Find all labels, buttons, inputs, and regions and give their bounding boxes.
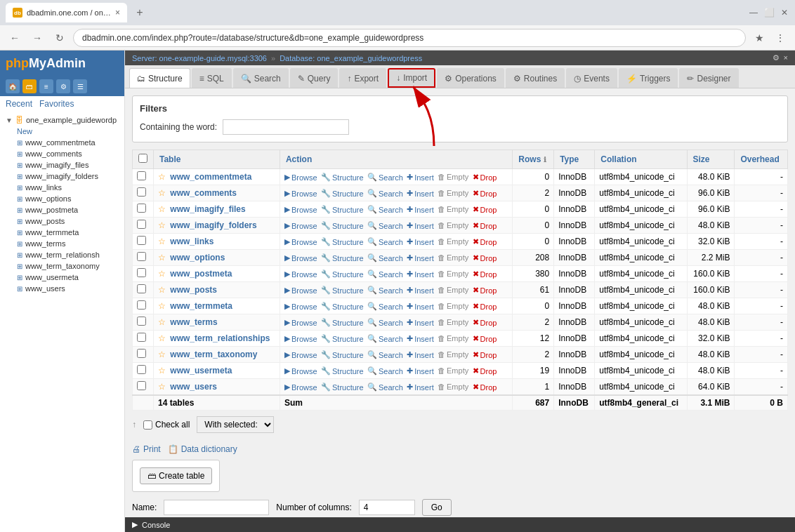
search-link[interactable]: 🔍 Search: [367, 383, 403, 392]
search-link[interactable]: 🔍 Search: [367, 286, 403, 295]
browse-link[interactable]: ▶ Browse: [284, 205, 317, 214]
table-name-link[interactable]: www_comments: [170, 188, 237, 198]
sidebar-table-item[interactable]: ⊞www_terms: [11, 238, 124, 249]
row-checkbox[interactable]: [137, 171, 146, 180]
structure-link[interactable]: 🔧 Structure: [321, 334, 364, 343]
insert-link[interactable]: ✚ Insert: [407, 173, 434, 182]
row-checkbox[interactable]: [137, 284, 146, 293]
star-icon[interactable]: ☆: [158, 382, 166, 392]
browser-tab[interactable]: db dbadmin.one.com / one-exampl... ×: [6, 3, 127, 22]
search-link[interactable]: 🔍 Search: [367, 366, 403, 375]
search-link[interactable]: 🔍 Search: [367, 334, 403, 343]
close-window-button[interactable]: ✕: [780, 8, 789, 18]
insert-link[interactable]: ✚ Insert: [407, 221, 434, 230]
th-type[interactable]: Type: [554, 150, 595, 169]
th-overhead[interactable]: Overhead: [735, 150, 788, 169]
row-checkbox[interactable]: [137, 187, 146, 197]
row-checkbox[interactable]: [137, 204, 146, 213]
structure-link[interactable]: 🔧 Structure: [321, 221, 364, 230]
table-name-link[interactable]: www_options: [170, 253, 225, 262]
row-checkbox[interactable]: [137, 365, 146, 374]
row-checkbox[interactable]: [137, 381, 146, 390]
table-name-link[interactable]: www_commentmeta: [170, 172, 251, 182]
insert-link[interactable]: ✚ Insert: [407, 334, 434, 343]
star-icon[interactable]: ☆: [158, 253, 166, 262]
browse-link[interactable]: ▶ Browse: [284, 189, 317, 198]
sql-icon[interactable]: ≡: [39, 79, 53, 93]
var-icon[interactable]: ⚙: [56, 79, 70, 93]
insert-link[interactable]: ✚ Insert: [407, 286, 434, 295]
star-icon[interactable]: ☆: [158, 285, 166, 295]
database-link[interactable]: Database: one_example_guidewordpress: [280, 54, 422, 62]
new-tab-button[interactable]: +: [131, 4, 148, 21]
db-icon[interactable]: 🗃: [22, 79, 37, 93]
data-dictionary-link[interactable]: 📋 Data dictionary: [168, 444, 237, 454]
table-name-link[interactable]: www_imagify_files: [170, 204, 245, 214]
forward-button[interactable]: →: [28, 29, 46, 47]
minimize-button[interactable]: —: [749, 8, 758, 18]
star-icon[interactable]: ☆: [158, 350, 166, 359]
insert-link[interactable]: ✚ Insert: [407, 237, 434, 246]
insert-link[interactable]: ✚ Insert: [407, 302, 434, 311]
tab-export[interactable]: ↑Export: [339, 68, 386, 88]
search-link[interactable]: 🔍 Search: [367, 237, 403, 246]
insert-link[interactable]: ✚ Insert: [407, 318, 434, 327]
tab-query[interactable]: ✎Query: [290, 68, 339, 88]
insert-link[interactable]: ✚ Insert: [407, 270, 434, 279]
empty-link[interactable]: 🗑 Empty: [438, 366, 468, 375]
select-all-checkbox[interactable]: [138, 154, 147, 163]
home-icon[interactable]: 🏠: [6, 79, 20, 93]
filter-input[interactable]: [223, 119, 349, 135]
back-button[interactable]: ←: [6, 29, 24, 47]
structure-link[interactable]: 🔧 Structure: [321, 237, 364, 246]
browse-link[interactable]: ▶ Browse: [284, 302, 317, 311]
settings-gear-icon[interactable]: ⚙: [773, 53, 780, 62]
browse-link[interactable]: ▶ Browse: [284, 173, 317, 182]
favorites-label[interactable]: Favorites: [39, 99, 74, 109]
th-table[interactable]: Table: [154, 150, 280, 169]
empty-link[interactable]: 🗑 Empty: [438, 221, 468, 230]
drop-link[interactable]: ✖ Drop: [473, 205, 497, 214]
drop-link[interactable]: ✖ Drop: [473, 318, 497, 327]
with-selected-dropdown[interactable]: With selected:BrowseStructureSearchEmpty…: [197, 416, 274, 433]
search-link[interactable]: 🔍 Search: [367, 221, 403, 230]
sidebar-table-item[interactable]: ⊞www_comments: [11, 148, 124, 159]
star-icon[interactable]: ☆: [158, 366, 166, 375]
browse-link[interactable]: ▶ Browse: [284, 350, 317, 359]
structure-link[interactable]: 🔧 Structure: [321, 318, 364, 327]
drop-link[interactable]: ✖ Drop: [473, 334, 497, 343]
drop-link[interactable]: ✖ Drop: [473, 237, 497, 246]
drop-link[interactable]: ✖ Drop: [473, 253, 497, 262]
tab-designer[interactable]: ✏Designer: [679, 68, 738, 88]
search-link[interactable]: 🔍 Search: [367, 302, 403, 311]
table-name-link[interactable]: www_term_taxonomy: [170, 350, 257, 359]
search-link[interactable]: 🔍 Search: [367, 173, 403, 182]
row-checkbox[interactable]: [137, 317, 146, 326]
insert-link[interactable]: ✚ Insert: [407, 383, 434, 392]
tab-import[interactable]: ↓Import: [388, 68, 435, 88]
bookmark-icon[interactable]: ★: [750, 29, 768, 47]
go-button[interactable]: Go: [422, 499, 452, 516]
empty-link[interactable]: 🗑 Empty: [438, 173, 468, 181]
sidebar-table-item[interactable]: ⊞www_imagify_folders: [11, 171, 124, 182]
columns-input[interactable]: [359, 500, 415, 515]
address-bar[interactable]: dbadmin.one.com/index.php?route=/databas…: [73, 29, 746, 47]
drop-link[interactable]: ✖ Drop: [473, 270, 497, 279]
search-link[interactable]: 🔍 Search: [367, 205, 403, 214]
empty-link[interactable]: 🗑 Empty: [438, 205, 468, 213]
close-panel-icon[interactable]: ×: [784, 53, 788, 62]
table-name-link[interactable]: www_postmeta: [170, 269, 232, 279]
structure-link[interactable]: 🔧 Structure: [321, 173, 364, 182]
empty-link[interactable]: 🗑 Empty: [438, 350, 468, 359]
insert-link[interactable]: ✚ Insert: [407, 366, 434, 375]
sidebar-table-item[interactable]: ⊞www_posts: [11, 215, 124, 227]
star-icon[interactable]: ☆: [158, 188, 166, 198]
sidebar-table-item[interactable]: ⊞www_postmeta: [11, 204, 124, 215]
table-name-link[interactable]: www_term_relationships: [170, 333, 270, 343]
row-checkbox[interactable]: [137, 333, 146, 342]
sidebar-item-new[interactable]: New: [11, 126, 124, 137]
structure-link[interactable]: 🔧 Structure: [321, 302, 364, 311]
sidebar-table-item[interactable]: ⊞www_options: [11, 193, 124, 204]
console-bar[interactable]: ▶ Console: [125, 517, 795, 532]
sidebar-table-item[interactable]: ⊞www_term_relationsh: [11, 249, 124, 260]
